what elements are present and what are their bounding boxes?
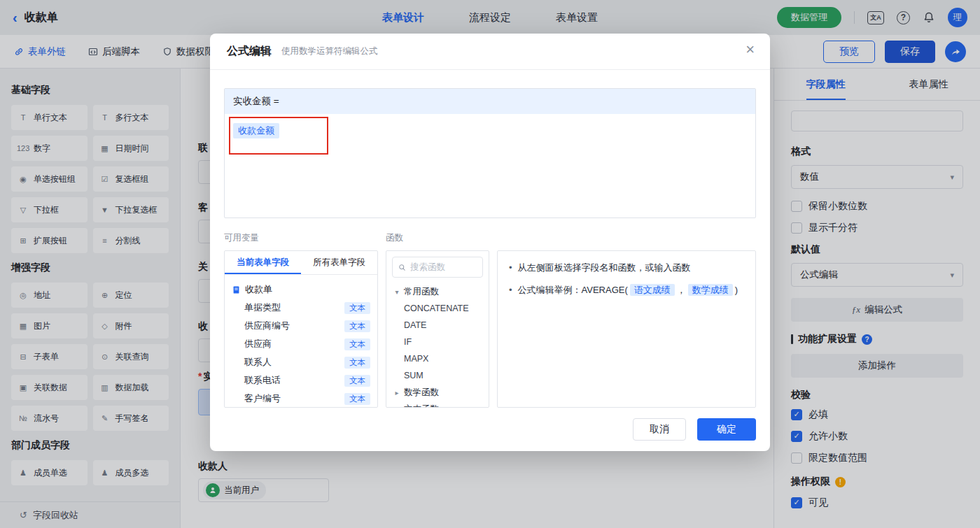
function-group-math[interactable]: ▸ 数学函数 xyxy=(393,384,482,401)
tips-panel: • 从左侧面板选择字段名和函数，或输入函数 • 公式编辑举例：AVERAGE(语… xyxy=(497,250,756,408)
variable-type-badge: 文本 xyxy=(344,320,370,332)
variable-type-badge: 文本 xyxy=(344,375,370,387)
function-group-label: 数学函数 xyxy=(404,387,439,399)
formula-editor[interactable]: 实收金额 = 收款金额 xyxy=(224,88,756,218)
function-item[interactable]: CONCATENATE xyxy=(393,300,482,317)
variables-panel: 当前表单字段 所有表单字段 收款单 单据类型 xyxy=(224,250,378,408)
example-field-chip: 数学成绩 xyxy=(688,284,733,296)
form-node-label: 收款单 xyxy=(245,283,272,296)
modal-title: 公式编辑 xyxy=(227,44,272,59)
variable-item[interactable]: 联系电话 文本 xyxy=(232,371,370,390)
example-field-chip: 语文成绩 xyxy=(630,284,675,296)
variable-name: 联系人 xyxy=(244,356,272,369)
variable-item[interactable]: 联系人 文本 xyxy=(232,353,370,371)
variable-name: 客户编号 xyxy=(244,392,281,405)
function-group-text[interactable]: ▸ 文本函数 xyxy=(393,401,482,408)
function-search-input[interactable] xyxy=(410,262,477,272)
bullet-icon: • xyxy=(509,261,512,275)
formula-target: 实收金额 = xyxy=(225,89,755,114)
tab-current-form-fields[interactable]: 当前表单字段 xyxy=(225,251,301,274)
formula-input-area[interactable]: 收款金额 xyxy=(225,114,755,218)
function-item[interactable]: MAPX xyxy=(393,350,482,367)
variable-item[interactable]: 单据类型 文本 xyxy=(232,299,370,317)
function-group-common[interactable]: ▾ 常用函数 xyxy=(393,283,482,300)
variable-type-badge: 文本 xyxy=(344,338,370,350)
confirm-button[interactable]: 确定 xyxy=(697,418,756,441)
functions-label: 函数 xyxy=(386,232,403,244)
variables-list: 单据类型 文本 供应商编号 文本 供应商 xyxy=(232,299,370,408)
function-item[interactable]: DATE xyxy=(393,317,482,334)
search-icon xyxy=(398,263,406,272)
field-chip[interactable]: 收款金额 xyxy=(233,123,279,138)
function-search[interactable] xyxy=(392,257,483,278)
variable-name: 供应商编号 xyxy=(244,320,290,332)
variable-item[interactable]: 供应商编号 文本 xyxy=(232,317,370,335)
tip-text: 公式编辑举例：AVERAGE(语文成绩，数学成绩) xyxy=(518,283,738,297)
formula-editor-modal: 公式编辑 使用数学运算符编辑公式 × 实收金额 = 收款金额 可用变量 函数 当… xyxy=(210,34,770,451)
document-icon xyxy=(232,285,241,294)
variables-label: 可用变量 xyxy=(224,232,259,244)
variable-name: 单据类型 xyxy=(244,301,281,314)
close-icon[interactable]: × xyxy=(746,42,755,57)
modal-subtitle: 使用数学运算符编辑公式 xyxy=(281,45,378,57)
tab-all-form-fields[interactable]: 所有表单字段 xyxy=(301,251,377,274)
tip-line: • 从左侧面板选择字段名和函数，或输入函数 xyxy=(509,261,744,275)
function-group-label: 常用函数 xyxy=(404,286,439,298)
variable-name: 供应商 xyxy=(244,338,272,350)
variable-type-badge: 文本 xyxy=(344,302,370,314)
chevron-right-icon: ▸ xyxy=(393,389,400,397)
tip-line: • 公式编辑举例：AVERAGE(语文成绩，数学成绩) xyxy=(509,283,744,297)
function-item[interactable]: IF xyxy=(393,334,482,350)
variable-type-badge: 文本 xyxy=(344,393,370,405)
function-item[interactable]: SUM xyxy=(393,367,482,384)
variable-item[interactable]: 客户编号 文本 xyxy=(232,390,370,408)
tip-text: 从左侧面板选择字段名和函数，或输入函数 xyxy=(518,261,691,275)
form-node[interactable]: 收款单 xyxy=(232,280,370,299)
variable-name: 联系电话 xyxy=(244,374,281,387)
function-list: CONCATENATE DATE IF MAPX SUM xyxy=(393,300,482,384)
functions-panel: ▾ 常用函数 CONCATENATE DATE IF xyxy=(386,250,489,408)
variable-item[interactable]: 供应商 文本 xyxy=(232,335,370,353)
bullet-icon: • xyxy=(509,283,512,297)
chevron-down-icon: ▾ xyxy=(393,288,400,296)
app-root: ‹ 收款单 表单设计 流程设定 表单设置 数据管理 文A ? 理 表单外链 后端… xyxy=(0,0,980,528)
variable-type-badge: 文本 xyxy=(344,357,370,369)
cancel-button[interactable]: 取消 xyxy=(633,418,686,441)
